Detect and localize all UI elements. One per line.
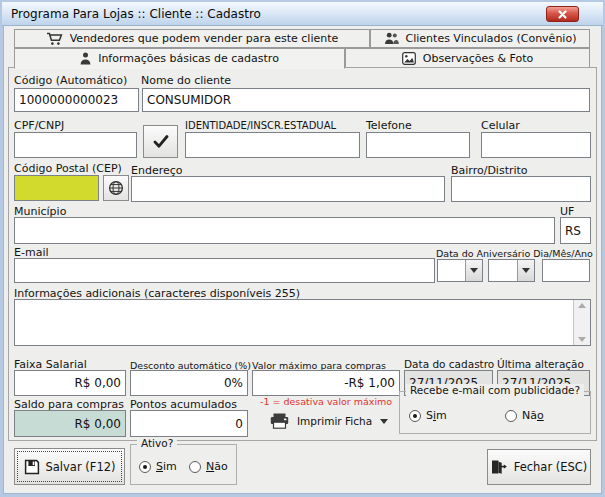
- celular-input[interactable]: [481, 132, 591, 158]
- informacoes-adicionais-textarea[interactable]: [14, 299, 591, 346]
- identidade-input[interactable]: [185, 132, 360, 158]
- aniversario-dia-dropdown-icon[interactable]: [465, 260, 482, 281]
- saldo-compras-input: [14, 410, 126, 437]
- radio-unchecked-icon: [189, 461, 201, 473]
- codigo-label: Código (Automático): [14, 74, 127, 87]
- aniversario-dia-value: [438, 260, 465, 281]
- imprimir-dropdown-icon: [380, 419, 388, 424]
- cep-label: Código Postal (CEP): [14, 162, 122, 175]
- ativo-sim-label: Sim: [156, 460, 177, 473]
- tab-vendedores-label: Vendedores que podem vender para este cl…: [70, 32, 339, 45]
- cpf-cnpj-input[interactable]: [14, 132, 137, 158]
- exit-door-icon: [491, 459, 508, 475]
- floppy-icon: [24, 459, 40, 475]
- publicidade-groupbox: Recebe e-mail com publicidade? Sim Não: [399, 391, 591, 434]
- publicidade-nao-label: Não: [522, 409, 544, 422]
- municipio-input[interactable]: [14, 217, 555, 244]
- cep-input[interactable]: [14, 175, 99, 201]
- titlebar: Programa Para Lojas :: Cliente :: Cadast…: [2, 2, 603, 26]
- publicidade-group-label: Recebe e-mail com publicidade?: [406, 384, 584, 396]
- salvar-label: Salvar (F12): [46, 460, 116, 474]
- publicidade-radio-sim[interactable]: Sim: [409, 409, 447, 422]
- desconto-automatico-input[interactable]: [130, 370, 248, 396]
- close-icon: [558, 10, 567, 19]
- checkmark-icon: [153, 135, 169, 148]
- printer-icon: [270, 413, 289, 429]
- publicidade-radio-nao[interactable]: Não: [505, 409, 544, 422]
- tab-observacoes-foto[interactable]: Observações & Foto: [345, 48, 590, 68]
- celular-label: Celular: [481, 119, 520, 132]
- tab-informacoes-basicas[interactable]: Informações básicas de cadastro: [14, 48, 345, 69]
- cpf-cnpj-label: CPF/CNPJ: [14, 119, 64, 132]
- ativo-groupbox: Ativo? Sim Não: [130, 444, 237, 485]
- aniversario-mes-value: [489, 260, 517, 281]
- ultima-alteracao-label: Última alteração: [497, 358, 584, 370]
- tab-observacoes-foto-label: Observações & Foto: [423, 52, 533, 65]
- email-input[interactable]: [14, 258, 435, 283]
- pontos-acumulados-input[interactable]: [130, 410, 248, 437]
- nome-label: Nome do cliente: [141, 74, 231, 87]
- salvar-button[interactable]: Salvar (F12): [14, 448, 125, 485]
- telefone-label: Telefone: [366, 119, 412, 132]
- close-button[interactable]: [546, 6, 579, 22]
- scroll-down-icon[interactable]: [578, 337, 586, 342]
- radio-unchecked-icon: [505, 410, 517, 422]
- data-cadastro-label: Data do cadastro: [404, 358, 494, 370]
- faixa-salarial-input[interactable]: [14, 370, 126, 396]
- people-icon: [384, 32, 399, 45]
- client-registration-window: Programa Para Lojas :: Cliente :: Cadast…: [0, 0, 605, 497]
- tab-clientes-vinculados[interactable]: Clientes Vinculados (Convênio): [370, 29, 590, 48]
- aniversario-label: Data do Aniversário Dia/Mês/Ano: [436, 248, 593, 259]
- fechar-button[interactable]: Fechar (ESC): [487, 449, 591, 485]
- imprimir-ficha-button[interactable]: Imprimir Ficha: [270, 413, 388, 429]
- fechar-label: Fechar (ESC): [514, 460, 588, 474]
- ativo-radio-sim[interactable]: Sim: [139, 460, 177, 473]
- ativo-radio-nao[interactable]: Não: [189, 460, 228, 473]
- photo-icon: [402, 52, 416, 65]
- aniversario-dia-select[interactable]: [437, 259, 483, 282]
- ativo-group-label: Ativo?: [137, 437, 177, 449]
- bairro-input[interactable]: [451, 176, 591, 202]
- nome-input[interactable]: [142, 88, 590, 112]
- uf-input[interactable]: [560, 217, 591, 244]
- textarea-scrollbar[interactable]: [573, 300, 590, 345]
- tab-vendedores[interactable]: Vendedores que podem vender para este cl…: [14, 29, 370, 48]
- codigo-input[interactable]: [14, 88, 139, 112]
- window-title: Programa Para Lojas :: Cliente :: Cadast…: [11, 7, 261, 21]
- identidade-label: IDENTIDADE/INSCR.ESTADUAL: [185, 120, 336, 131]
- globe-icon: [108, 180, 124, 196]
- valor-maximo-input[interactable]: [252, 370, 400, 396]
- validate-cpf-button[interactable]: [143, 125, 178, 158]
- cep-lookup-button[interactable]: [103, 175, 129, 201]
- tab-clientes-vinculados-label: Clientes Vinculados (Convênio): [406, 32, 577, 45]
- tab-informacoes-basicas-label: Informações básicas de cadastro: [98, 52, 279, 65]
- valor-maximo-hint: -1 = desativa valor máximo: [260, 396, 392, 407]
- aniversario-ano-input[interactable]: [542, 259, 590, 282]
- radio-checked-icon: [409, 410, 421, 422]
- ativo-nao-label: Não: [206, 460, 228, 473]
- publicidade-sim-label: Sim: [426, 409, 447, 422]
- aniversario-mes-select[interactable]: [488, 259, 535, 282]
- cart-icon: [46, 32, 63, 46]
- aniversario-mes-dropdown-icon[interactable]: [517, 260, 534, 281]
- imprimir-ficha-label: Imprimir Ficha: [297, 415, 372, 427]
- telefone-input[interactable]: [366, 132, 470, 158]
- person-icon: [80, 52, 91, 65]
- scroll-up-icon[interactable]: [578, 303, 586, 308]
- endereco-input[interactable]: [131, 176, 445, 202]
- radio-checked-icon: [139, 461, 151, 473]
